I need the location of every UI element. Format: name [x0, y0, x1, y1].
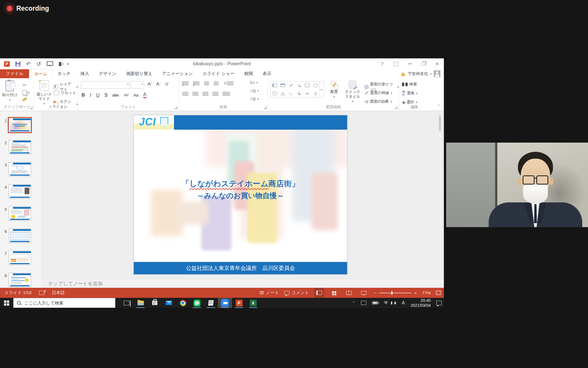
language-indicator[interactable]: 日本語 [52, 290, 65, 296]
slide-thumbnail-1[interactable]: 1 [2, 118, 31, 132]
scrollbar-thumb[interactable] [439, 115, 441, 131]
slide-subtitle[interactable]: ～みんなのお買い物自慢～ [134, 191, 347, 200]
taskbar-search[interactable] [13, 298, 115, 308]
vertical-textbox-shape-icon[interactable] [279, 81, 287, 89]
zoom-app-button[interactable] [218, 298, 232, 308]
copy-button[interactable]: ▾ [22, 90, 30, 95]
excel-button[interactable]: X [246, 298, 260, 308]
reset-button[interactable]: リセット [54, 90, 76, 95]
notes-bar[interactable]: タップしてノートを追加 [42, 279, 444, 288]
zoom-in-button[interactable]: + [414, 290, 417, 295]
tab-slideshow[interactable]: スライド ショー [198, 69, 239, 78]
font-name-combo[interactable] [81, 81, 130, 89]
slideshow-view-button[interactable] [359, 288, 369, 298]
font-color-button[interactable]: A [143, 92, 146, 98]
zoom-level[interactable]: 77% [422, 290, 431, 295]
powerpoint-logo-icon[interactable]: P [4, 61, 10, 67]
powerpoint-button[interactable]: P [232, 298, 246, 308]
paragraph-dialog-launcher[interactable] [264, 106, 266, 109]
tray-expand-icon[interactable]: ⌃ [352, 301, 355, 305]
minimize-icon[interactable] [408, 64, 412, 64]
slide-thumbnail-3[interactable]: 3 [2, 162, 31, 177]
slide-thumbnail-6[interactable]: 6 [2, 229, 31, 243]
close-icon[interactable]: ✕ [435, 62, 439, 66]
align-center-button[interactable] [192, 92, 198, 96]
grow-font-button[interactable]: A [148, 82, 152, 87]
shape-gallery[interactable]: ↘ ∟ ↳ ⇨ ⇩ [270, 81, 320, 98]
change-case-button[interactable]: Aa [134, 93, 138, 97]
tab-file[interactable]: ファイル [0, 69, 29, 78]
justify-button[interactable] [212, 92, 218, 96]
slide-thumbnail-5[interactable]: 5 [2, 206, 31, 221]
font-size-combo[interactable] [131, 81, 144, 89]
rounded-rectangle-shape-icon[interactable] [271, 89, 279, 97]
slide-sorter-view-button[interactable] [329, 288, 339, 298]
task-view-button[interactable] [119, 298, 134, 308]
shape-gallery-more-icon[interactable]: ▾ [319, 81, 324, 98]
smartart-button[interactable]: ⇗▥▾ [249, 97, 259, 101]
avatar[interactable] [434, 70, 440, 77]
microsoft-store-button[interactable] [148, 298, 162, 308]
font-dialog-launcher[interactable] [175, 106, 177, 109]
cut-button[interactable]: ✂ [22, 82, 26, 88]
align-left-button[interactable] [182, 92, 188, 96]
align-text-button[interactable]: ⇳▤▾ [249, 89, 259, 93]
tab-touch[interactable]: タッチ [53, 69, 76, 78]
strikethrough-button[interactable]: abe [112, 93, 119, 97]
tab-transitions[interactable]: 画面切り替え [121, 69, 157, 78]
speaker-icon[interactable] [394, 302, 396, 304]
ime-indicator[interactable]: A [402, 300, 405, 306]
slide-thumbnail-4[interactable]: 4 [2, 184, 31, 199]
bold-button[interactable]: B [82, 93, 85, 98]
normal-view-button[interactable] [314, 288, 324, 298]
mail-button[interactable] [162, 298, 176, 308]
save-icon[interactable] [16, 62, 20, 66]
rectangle-shape-icon[interactable] [303, 81, 311, 89]
redo-icon[interactable]: ↺ [36, 61, 41, 67]
slide-editing-area[interactable]: JCI 「しながわステイホーム商店街」 ～みんなのお買い物自慢～ 公益社団法人東… [42, 111, 444, 288]
tab-view[interactable]: 表示 [258, 69, 276, 78]
triangle-shape-icon[interactable] [279, 89, 287, 97]
right-arrow-shape-icon[interactable]: ⇨ [303, 89, 311, 97]
textbox-shape-icon[interactable] [271, 81, 279, 89]
tablet-mode-icon[interactable] [361, 301, 366, 305]
reading-view-button[interactable] [344, 288, 354, 298]
columns-button[interactable] [223, 92, 230, 96]
slide-canvas[interactable]: JCI 「しながわステイホーム商店街」 ～みんなのお買い物自慢～ 公益社団法人東… [134, 115, 347, 275]
arrange-button[interactable]: 配置▾ [327, 81, 342, 99]
bullets-button[interactable] [182, 82, 189, 86]
elbow-arrow-shape-icon[interactable]: ↳ [295, 89, 303, 97]
help-icon[interactable]: ? [381, 62, 383, 66]
align-right-button[interactable] [202, 92, 208, 96]
spellcheck-icon[interactable] [39, 291, 45, 295]
search-input[interactable] [24, 300, 96, 306]
collapse-ribbon-icon[interactable]: ⌃ [437, 104, 440, 108]
chrome-button[interactable] [176, 298, 190, 308]
find-button[interactable]: 検索 [402, 82, 417, 87]
customize-qat-icon[interactable]: ▾ [67, 62, 69, 66]
fit-to-window-icon[interactable] [436, 291, 441, 295]
slide-thumbnail-8[interactable]: 8 [2, 273, 31, 287]
ribbon-display-icon[interactable]: ↑ [393, 62, 398, 66]
vertical-scrollbar[interactable] [438, 113, 442, 286]
decrease-indent-button[interactable] [204, 82, 209, 86]
arrow-shape-icon[interactable]: ↘ [295, 81, 303, 89]
tab-animations[interactable]: アニメーション [157, 69, 198, 78]
notepad-button[interactable] [204, 298, 218, 308]
paste-button[interactable]: 貼り付け ▾ [2, 80, 18, 102]
drawing-dialog-launcher[interactable] [395, 106, 397, 109]
select-button[interactable]: 選択▾ [402, 99, 417, 105]
zoom-out-button[interactable]: − [374, 290, 376, 295]
tab-insert[interactable]: 挿入 [76, 69, 94, 78]
taskbar-clock[interactable]: 20:40 2021/03/04 [411, 298, 431, 308]
character-spacing-button[interactable]: AV [124, 93, 128, 97]
tab-review[interactable]: 校閲 [239, 69, 258, 78]
notes-placeholder[interactable]: タップしてノートを追加 [48, 280, 102, 287]
replace-button[interactable]: abac 置換▾ [402, 90, 417, 96]
new-slide-button[interactable]: 新しいスライド ▾ [36, 80, 53, 106]
oval-shape-icon[interactable] [312, 81, 320, 89]
shrink-font-button[interactable]: A [156, 82, 161, 87]
start-presentation-icon[interactable] [47, 61, 53, 66]
account-area[interactable]: 宇賀神達也 ▾ [401, 69, 440, 78]
text-direction-button[interactable]: ⇅A▾ [249, 80, 258, 85]
